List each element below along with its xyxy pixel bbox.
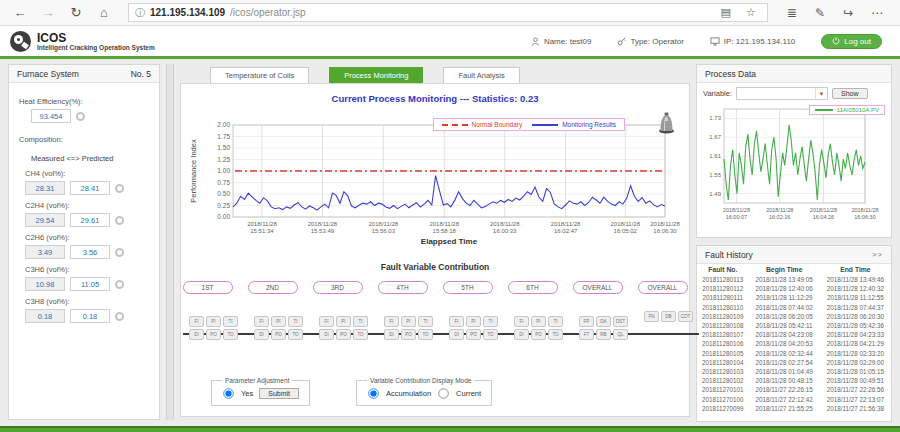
port-button-pi[interactable]: PI [271,316,286,327]
port-button-pi[interactable]: PI [531,316,546,327]
home-icon[interactable]: ⌂ [92,5,116,20]
port-button-pi[interactable]: PI [401,316,416,327]
port-button-fi[interactable]: FI [514,316,529,327]
port-button-fi[interactable]: FI [319,316,334,327]
submit-button[interactable]: Submit [259,388,299,399]
annotate-pen-icon[interactable]: ✎ [806,6,834,20]
port-button-ql[interactable]: QL [613,329,628,340]
port-button-db[interactable]: DB [661,311,676,322]
port-button-po[interactable]: PO [206,329,221,340]
table-row[interactable]: 2018112801112018/11/28 11:12:292018/11/2… [697,293,891,302]
port-button-pi[interactable]: PI [206,316,221,327]
fault-order-button-3[interactable]: 3RD [313,281,363,294]
status-circle-icon[interactable] [115,216,124,225]
status-circle-icon[interactable] [115,280,124,289]
table-row[interactable]: 2018112801062018/11/28 04:20:532018/11/2… [697,339,891,348]
fault-order-button-6[interactable]: 6TH [508,281,558,294]
port-button-to[interactable]: TO [418,329,433,340]
table-row[interactable]: 2018112700992018/11/27 21:55:252018/11/2… [697,404,891,413]
port-button-dst[interactable]: DST [613,316,628,327]
port-button-di[interactable]: DI [189,329,204,340]
port-button-di[interactable]: DI [384,329,399,340]
predicted-input[interactable] [70,245,110,259]
port-button-po[interactable]: PO [466,329,481,340]
port-button-fp[interactable]: FP [579,316,594,327]
port-button-da[interactable]: DA [596,316,611,327]
predicted-input[interactable] [70,309,110,323]
table-row[interactable]: 2018112701002018/11/27 22:12:422018/11/2… [697,394,891,403]
port-button-ti[interactable]: TI [418,316,433,327]
port-button-pi[interactable]: PI [336,316,351,327]
variable-select[interactable]: ▼ [736,87,828,100]
port-button-cot[interactable]: COT [678,311,693,322]
predicted-input[interactable] [70,213,110,227]
port-button-to[interactable]: TO [223,329,238,340]
port-button-to[interactable]: TO [548,329,563,340]
fault-order-button-5[interactable]: 5TH [443,281,493,294]
table-row[interactable]: 2018112801052018/11/28 02:32:442018/11/2… [697,349,891,358]
port-button-ti[interactable]: TI [483,316,498,327]
table-row[interactable]: 2018112801022018/11/28 00:48:152018/11/2… [697,376,891,385]
status-circle-icon[interactable] [76,112,85,121]
back-icon[interactable]: ← [8,5,32,20]
table-row[interactable]: 2018112801122018/11/28 12:40:062018/11/2… [697,284,891,293]
port-button-ti[interactable]: TI [223,316,238,327]
fault-order-button-8[interactable]: OVERALL [638,281,688,294]
fault-order-button-2[interactable]: 2ND [248,281,298,294]
port-button-di[interactable]: DI [254,329,269,340]
measured-input[interactable] [25,213,65,227]
fault-history-more-link[interactable]: >> [872,250,883,259]
port-button-di[interactable]: DI [449,329,464,340]
fault-order-button-4[interactable]: 4TH [378,281,428,294]
predicted-input[interactable] [70,181,110,195]
tab-fault-analysis[interactable]: Fault Analysis [443,67,519,83]
measured-input[interactable] [25,245,65,259]
predicted-input[interactable] [70,277,110,291]
table-row[interactable]: 2018112801132018/11/28 13:49:052018/11/2… [697,275,891,284]
table-row[interactable]: 2018112801092018/11/28 06:20:052018/11/2… [697,312,891,321]
tab-process-monitoring[interactable]: Process Monitoring [329,67,423,83]
status-circle-icon[interactable] [115,184,124,193]
port-button-di[interactable]: DI [319,329,334,340]
port-button-pi[interactable]: PI [466,316,481,327]
fault-order-button-1[interactable]: 1ST [183,281,233,294]
table-row[interactable]: 2018112801072018/11/28 04:23:082018/11/2… [697,330,891,339]
show-button[interactable]: Show [832,88,868,99]
reading-view-icon[interactable]: ▤ [716,6,736,19]
port-button-to[interactable]: TO [288,329,303,340]
favorites-hub-icon[interactable]: ≣ [778,6,806,20]
status-circle-icon[interactable] [115,248,124,257]
measured-input[interactable] [25,277,65,291]
port-button-po[interactable]: PO [531,329,546,340]
address-bar[interactable]: ⓘ 121.195.134.109 /icos/operator.jsp ▤ ☆ [128,3,768,22]
tab-temperature-of-coils[interactable]: Temperature of Coils [210,67,309,83]
table-row[interactable]: 2018112701012018/11/27 22:26:152018/11/2… [697,385,891,394]
measured-input[interactable] [25,309,65,323]
port-button-fi[interactable]: FI [384,316,399,327]
accumulation-radio[interactable] [368,388,378,398]
chevron-down-icon[interactable]: ▼ [815,88,827,99]
forward-icon[interactable]: → [36,5,60,20]
parameter-adjustment-yes-radio[interactable] [223,388,233,398]
port-button-po[interactable]: PO [271,329,286,340]
table-row[interactable]: 2018112801032018/11/28 01:04:492018/11/2… [697,367,891,376]
port-button-di[interactable]: DI [514,329,529,340]
port-button-to[interactable]: TO [353,329,368,340]
port-button-ti[interactable]: TI [353,316,368,327]
logout-button[interactable]: Log out [821,34,882,49]
port-button-rb[interactable]: RB [596,329,611,340]
port-button-fi[interactable]: FI [254,316,269,327]
measured-input[interactable] [25,181,65,195]
share-icon[interactable]: ↪ [834,6,862,20]
port-button-to[interactable]: TO [483,329,498,340]
table-row[interactable]: 2018112801102018/11/28 07:44:022018/11/2… [697,303,891,312]
refresh-icon[interactable]: ↻ [64,5,88,20]
port-button-ft[interactable]: FT [579,329,594,340]
port-button-fn[interactable]: FN [644,311,659,322]
port-button-po[interactable]: PO [401,329,416,340]
port-button-ti[interactable]: TI [288,316,303,327]
port-button-fi[interactable]: FI [189,316,204,327]
more-menu-icon[interactable]: ⋯ [862,6,892,20]
table-row[interactable]: 2018112801042018/11/28 02:27:542018/11/2… [697,358,891,367]
port-button-ti[interactable]: TI [548,316,563,327]
